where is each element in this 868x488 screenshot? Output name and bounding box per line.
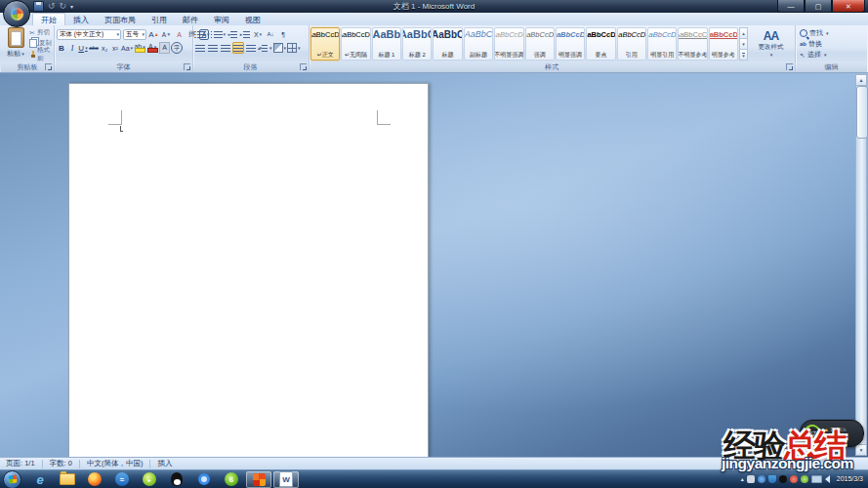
style-item-no-spacing[interactable]: AaBbCcDd ↵无间隔 — [341, 27, 370, 61]
qq-tray-icon[interactable] — [779, 475, 787, 483]
tab-insert[interactable]: 插入 — [65, 14, 97, 25]
document-page[interactable] — [68, 83, 429, 458]
security-shield-icon[interactable] — [768, 475, 776, 483]
style-item-heading1[interactable]: AaBb 标题 1 — [372, 27, 401, 61]
line-spacing-button[interactable]: ▴▾ — [258, 42, 272, 54]
green-tray-icon[interactable] — [801, 475, 808, 483]
tab-review[interactable]: 审阅 — [206, 14, 237, 25]
style-item-quote[interactable]: AaBbCcDd 引用 — [617, 27, 646, 61]
styles-dialog-launcher[interactable] — [786, 63, 793, 70]
font-size-combo[interactable]: 五号 — [123, 29, 146, 40]
bold-button[interactable]: B — [57, 42, 66, 54]
increase-indent-button[interactable]: ▸ — [239, 28, 251, 40]
taskbar-clock[interactable]: 2015/3/3 — [837, 475, 863, 482]
taskbar-item-thunder[interactable]: ≈ — [109, 471, 135, 488]
character-shading-button[interactable]: A — [159, 42, 170, 54]
numbering-button[interactable] — [211, 28, 227, 40]
status-insert-mode[interactable]: 插入 — [157, 459, 172, 468]
start-button[interactable] — [3, 470, 21, 488]
shrink-font-button[interactable]: A▼ — [161, 28, 172, 40]
italic-button[interactable]: I — [67, 42, 77, 54]
tab-mailings[interactable]: 邮件 — [175, 14, 206, 25]
asian-layout-button[interactable]: X — [252, 28, 264, 40]
usb-tray-icon[interactable] — [747, 475, 755, 483]
tab-home[interactable]: 开始 — [32, 13, 65, 25]
taskbar-item-explorer[interactable] — [55, 471, 80, 488]
font-dialog-launcher[interactable] — [184, 63, 190, 70]
tab-references[interactable]: 引用 — [144, 14, 175, 25]
sort-button[interactable]: A↓ — [265, 28, 276, 40]
style-item-subtitle[interactable]: AaBbC 副标题 — [464, 27, 493, 61]
volume-icon[interactable] — [825, 475, 830, 483]
taskbar-item-360-browser[interactable]: 6 — [219, 471, 244, 488]
status-page[interactable]: 页面: 1/1 — [6, 459, 35, 468]
taskbar-item-cloud-app[interactable] — [191, 471, 217, 488]
office-button[interactable] — [3, 0, 30, 27]
scrollbar-thumb[interactable] — [856, 86, 868, 139]
tab-page-layout[interactable]: 页面布局 — [97, 14, 144, 25]
style-item-emphasis[interactable]: AaBbCcDd 强调 — [525, 27, 555, 61]
clipboard-dialog-launcher[interactable] — [45, 63, 52, 70]
minimize-button[interactable]: — — [777, 0, 805, 13]
style-item-intense-reference[interactable]: AaBbCcDo 明显参考 — [709, 27, 738, 61]
taskbar-item-firefox[interactable] — [82, 471, 107, 488]
status-language[interactable]: 中文(简体，中国) — [87, 459, 144, 468]
style-item-subtle-reference[interactable]: AaBbCcCc 不明显参考 — [678, 27, 707, 61]
style-item-intense-quote[interactable]: AaBbCcDd 明显引用 — [647, 27, 677, 61]
paste-button[interactable]: 粘贴 — [4, 27, 27, 61]
highlight-color-button[interactable]: ab — [134, 42, 145, 54]
superscript-button[interactable]: x² — [110, 42, 120, 54]
change-case-button[interactable]: Aa — [121, 42, 133, 54]
gallery-scroll-up-button[interactable]: ▴ — [739, 27, 748, 39]
gallery-scroll-down-button[interactable]: ▾ — [739, 39, 748, 50]
style-item-normal[interactable]: AaBbCcDd ↵正文 — [310, 27, 340, 61]
taskbar-item-ie[interactable]: e — [27, 471, 53, 488]
show-marks-button[interactable]: ¶ — [277, 28, 289, 40]
taskbar-item-qq[interactable] — [164, 471, 189, 488]
style-item-subtle-emphasis[interactable]: AaBbCcDd 不明显强调 — [494, 27, 523, 61]
tab-view[interactable]: 视图 — [237, 14, 269, 25]
align-center-button[interactable] — [207, 42, 219, 54]
font-name-combo[interactable]: 宋体 (中文正文) — [57, 29, 121, 40]
align-right-button[interactable] — [220, 42, 231, 54]
close-button[interactable]: ✕ — [832, 0, 865, 13]
find-button[interactable]: 查找 — [800, 28, 829, 38]
bullets-button[interactable] — [194, 28, 210, 40]
strikethrough-button[interactable]: abc — [89, 42, 99, 54]
change-styles-button[interactable]: AA 更改样式 — [750, 27, 792, 61]
gallery-expand-button[interactable]: ▾ — [739, 50, 748, 61]
distribute-button[interactable] — [245, 42, 257, 54]
underline-button[interactable]: U — [78, 42, 88, 54]
align-left-button[interactable] — [194, 42, 206, 54]
network-monitor-icon[interactable] — [811, 475, 822, 483]
taskbar-item-media-app[interactable]: ▸ — [137, 471, 162, 488]
style-item-heading2[interactable]: AaBbC 标题 2 — [402, 27, 432, 61]
enclose-characters-button[interactable]: 字 — [171, 42, 183, 54]
clear-formatting-button[interactable]: A — [174, 28, 185, 40]
subscript-button[interactable]: x₂ — [100, 42, 109, 54]
taskbar-item-word[interactable]: W — [273, 471, 299, 488]
taskbar-item-jingyan-app[interactable] — [246, 471, 271, 488]
status-wordcount[interactable]: 字数: 0 — [50, 459, 72, 468]
vertical-scrollbar[interactable]: ▲ ▼ — [855, 74, 867, 456]
replace-button[interactable]: ab 替换 — [800, 39, 829, 49]
decrease-indent-button[interactable]: ◂ — [227, 28, 238, 40]
borders-button[interactable] — [287, 42, 301, 54]
maximize-button[interactable]: ▢ — [805, 0, 832, 13]
grow-font-button[interactable]: A▲ — [148, 28, 159, 40]
paragraph-dialog-launcher[interactable] — [300, 63, 307, 70]
cut-button[interactable]: ✂ 剪切 — [29, 28, 54, 37]
font-color-button[interactable]: A — [146, 42, 158, 54]
update-tray-icon[interactable] — [758, 475, 765, 483]
justify-button[interactable] — [232, 42, 244, 54]
scroll-down-button[interactable]: ▼ — [856, 444, 866, 455]
style-item-title[interactable]: AaBbC 标题 — [433, 27, 462, 61]
scroll-up-button[interactable]: ▲ — [856, 75, 866, 86]
shading-button[interactable] — [273, 42, 287, 54]
show-hidden-icons-button[interactable]: ▴ — [741, 475, 744, 482]
style-item-strong[interactable]: AaBbCcDc 要点 — [586, 27, 615, 61]
format-painter-button[interactable]: 格式刷 — [29, 50, 54, 59]
select-button[interactable]: ↖ 选择 — [800, 50, 829, 60]
red-tray-icon[interactable] — [790, 475, 798, 483]
style-item-intense-emphasis[interactable]: AaBbCcDd 明显强调 — [556, 27, 585, 61]
